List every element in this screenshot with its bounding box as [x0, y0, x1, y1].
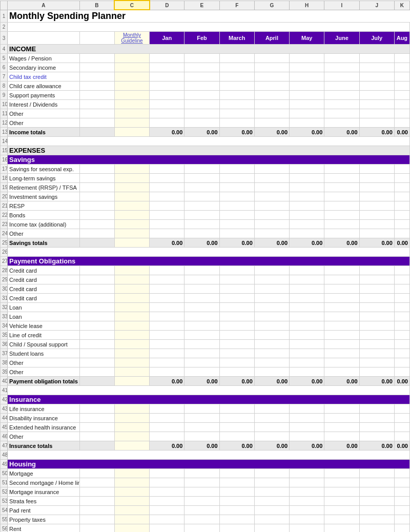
payment-other1-label: Other — [8, 358, 80, 367]
col-i-header: I — [324, 1, 359, 10]
longterm-savings-label: Long-term savings — [8, 174, 80, 183]
row-14: 14 — [1, 137, 410, 146]
payment-totals-label: Payment obligation totals — [8, 377, 80, 386]
disability-insurance-label: Disability insurance — [8, 414, 80, 423]
housing-header-row: 49 Housing — [1, 460, 410, 469]
income-other2-label: Other — [8, 118, 80, 128]
life-insurance-label: Life insurance — [8, 404, 80, 414]
month-may: May — [290, 32, 324, 45]
income-row-secondary: 6 Secondary income — [1, 63, 410, 72]
pad-rent-label: Pad rent — [8, 506, 80, 515]
payment-row-cc1: 28 Credit card — [1, 266, 410, 275]
investment-savings-label: Investment savings — [8, 192, 80, 201]
income-totals-label: Income totals — [8, 128, 80, 137]
savings-totals-row: 25 Savings totals 0.00 0.00 0.00 0.00 0.… — [1, 238, 410, 248]
col-j-header: J — [359, 1, 394, 10]
savings-row-incometax: 23 Income tax (additional) — [1, 220, 410, 229]
strata-fees-label: Strata fees — [8, 497, 80, 506]
spreadsheet: A B C D E F G H I J K 1 Monthly Spending… — [0, 0, 410, 532]
savings-row-longterm: 18 Long-term savings — [1, 174, 410, 183]
row-41: 41 — [1, 386, 410, 395]
savings-row-investment: 20 Investment savings — [1, 192, 410, 201]
payment-totals-row: 40 Payment obligation totals 0.00 0.00 0… — [1, 377, 410, 386]
payment-row-cc2: 29 Credit card — [1, 275, 410, 284]
housing-row-strata: 53 Strata fees — [1, 497, 410, 506]
col-e-header: E — [184, 1, 219, 10]
expenses-header-row: 15 EXPENSES — [1, 146, 410, 155]
col-f-header: F — [219, 1, 254, 10]
income-section-header: INCOME — [8, 45, 410, 54]
income-totals-row: 13 Income totals 0.00 0.00 0.00 0.00 0.0… — [1, 128, 410, 137]
month-march: March — [219, 32, 254, 45]
savings-row-bonds: 22 Bonds — [1, 211, 410, 220]
housing-category-header: Housing — [8, 460, 410, 469]
credit-card-2-label: Credit card — [8, 275, 80, 284]
wages-label: Wages / Pension — [8, 54, 80, 63]
insurance-other-label: Other — [8, 432, 80, 441]
insurance-totals-label: Insurance totals — [8, 441, 80, 451]
month-header-row: 3 MonthlyGuideline Jan Feb March April M… — [1, 32, 410, 45]
second-mortgage-label: Second mortgage / Home line of credit — [8, 478, 80, 487]
month-june: June — [324, 32, 359, 45]
housing-row-property-taxes: 55 Property taxes — [1, 515, 410, 524]
month-jan: Jan — [150, 32, 184, 45]
rent-label: Rent — [8, 524, 80, 533]
payment-obligations-header-row: 27 Payment Obligations — [1, 257, 410, 266]
wages-c[interactable] — [114, 54, 149, 63]
payment-row-vehicle: 34 Vehicle lease — [1, 321, 410, 331]
row-2: 2 — [1, 23, 410, 32]
interest-dividends-label: Interest / Dividends — [8, 100, 80, 109]
student-loans-label: Student loans — [8, 349, 80, 358]
insurance-row-other: 46 Other — [1, 432, 410, 441]
savings-row-retirement: 19 Retirement (RRSP) / TFSA — [1, 183, 410, 192]
resp-label: RESP — [8, 201, 80, 211]
savings-row-resp: 21 RESP — [1, 201, 410, 211]
payment-row-loan2: 33 Loan — [1, 312, 410, 321]
line-of-credit-label: Line of credit — [8, 331, 80, 340]
month-july: July — [359, 32, 394, 45]
credit-card-4-label: Credit card — [8, 294, 80, 303]
payment-other2-label: Other — [8, 367, 80, 377]
expenses-section-header: EXPENSES — [8, 146, 410, 155]
income-totals-c — [114, 128, 149, 137]
col-a-header: A — [8, 1, 80, 10]
row-48: 48 — [1, 451, 410, 460]
income-row-wages: 5 Wages / Pension — [1, 54, 410, 63]
child-tax-label: Child tax credit — [8, 72, 80, 81]
column-header-row: A B C D E F G H I J K — [1, 1, 410, 10]
col-c-header: C — [114, 1, 149, 10]
mortgage-label: Mortgage — [8, 469, 80, 478]
title-row: 1 Monthly Spending Planner — [1, 10, 410, 23]
credit-card-3-label: Credit card — [8, 284, 80, 294]
income-header-row: 4 INCOME — [1, 45, 410, 54]
loan-1-label: Loan — [8, 303, 80, 312]
savings-row-seasonal: 17 Savings for seesonal exp. — [1, 165, 410, 174]
payment-row-loan1: 32 Loan — [1, 303, 410, 312]
extended-health-insurance-label: Extended health insurance — [8, 423, 80, 432]
corner-cell — [1, 1, 8, 10]
childcare-allowance-label: Child care allowance — [8, 81, 80, 91]
col-b-header: B — [79, 1, 114, 10]
income-tax-additional-label: Income tax (additional) — [8, 220, 80, 229]
savings-totals-label: Savings totals — [8, 238, 80, 248]
retirement-label: Retirement (RRSP) / TFSA — [8, 183, 80, 192]
wages-b[interactable] — [79, 54, 114, 63]
insurance-header-row: 42 Insurance — [1, 395, 410, 404]
secondary-income-label: Secondary income — [8, 63, 80, 72]
row-26: 26 — [1, 248, 410, 257]
vehicle-lease-label: Vehicle lease — [8, 321, 80, 331]
payment-row-other1: 38 Other — [1, 358, 410, 367]
col-d-header: D — [150, 1, 184, 10]
monthly-guideline-cell[interactable]: MonthlyGuideline — [114, 32, 149, 45]
income-row-interest: 10 Interest / Dividends — [1, 100, 410, 109]
payment-row-cc3: 30 Credit card — [1, 284, 410, 294]
col-g-header: G — [254, 1, 289, 10]
credit-card-1-label: Credit card — [8, 266, 80, 275]
row-1-num: 1 — [1, 10, 8, 23]
income-row-other1: 11 Other — [1, 109, 410, 118]
wages-d[interactable] — [150, 54, 184, 63]
child-spousal-support-label: Child / Spousal support — [8, 340, 80, 349]
housing-row-second-mortgage: 51 Second mortgage / Home line of credit — [1, 478, 410, 487]
income-row-child-tax: 7 Child tax credit — [1, 72, 410, 81]
payment-row-other2: 39 Other — [1, 367, 410, 377]
